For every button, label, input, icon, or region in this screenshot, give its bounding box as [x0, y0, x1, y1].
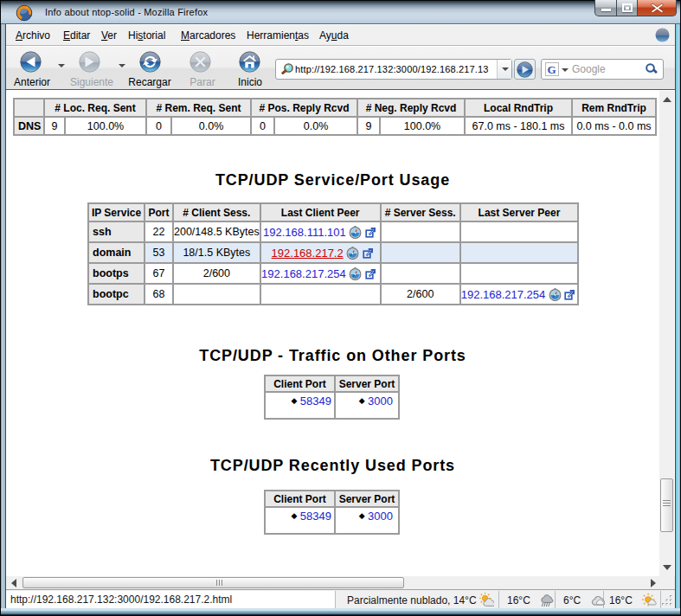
- svg-text:G: G: [548, 63, 556, 76]
